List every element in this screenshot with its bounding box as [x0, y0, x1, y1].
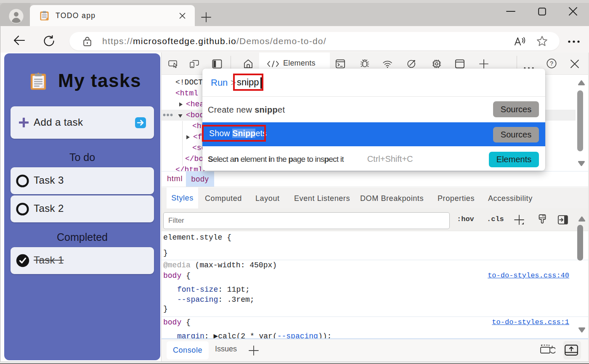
svg-text:?: ? — [550, 61, 553, 67]
